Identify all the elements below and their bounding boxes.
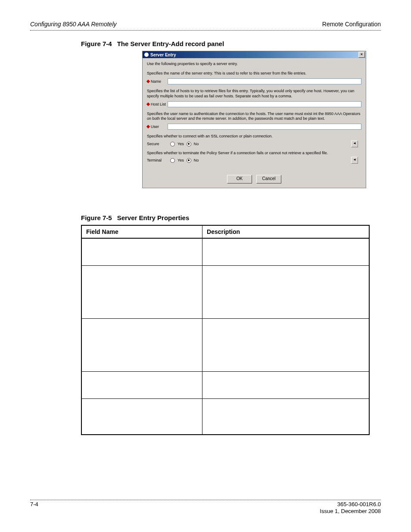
cell-field-name (81, 371, 202, 398)
table-row (81, 371, 369, 398)
secure-arrow-icon[interactable]: ◄ (351, 140, 358, 147)
secure-no-label: No (194, 142, 199, 146)
hostlist-row: Host List (147, 101, 361, 107)
terminal-arrow-icon[interactable]: ◄ (351, 157, 358, 164)
terminal-label: Terminal (147, 158, 168, 162)
page-footer: 7-4 365-360-001R6.0 Issue 1, December 20… (30, 500, 381, 515)
terminal-description: Specifies whether to terminate the Polic… (147, 151, 361, 156)
th-description: Description (202, 225, 369, 238)
secure-label: Secure (147, 142, 168, 146)
figure-number: Figure 7-4 (81, 40, 112, 47)
name-label: Name (147, 79, 168, 84)
required-icon (146, 125, 150, 128)
server-entry-dialog: Server Entry × Use the following propert… (142, 51, 366, 188)
header-divider (30, 30, 381, 31)
terminal-no-radio[interactable] (187, 158, 191, 163)
terminal-no-label: No (194, 158, 199, 162)
terminal-yes-radio[interactable] (170, 158, 175, 163)
cell-description (202, 238, 369, 266)
dialog-body: Use the following properties to specify … (143, 58, 366, 188)
secure-row: Secure Yes No ◄ (147, 142, 361, 146)
dialog-intro-text: Use the following properties to specify … (147, 62, 361, 66)
figure-number: Figure 7-5 (81, 214, 112, 221)
secure-yes-radio[interactable] (170, 142, 175, 146)
name-label-text: Name (151, 79, 161, 84)
cell-description (202, 265, 369, 318)
page-number: 7-4 (30, 501, 38, 515)
user-input[interactable] (168, 124, 361, 130)
required-icon (146, 103, 150, 106)
cell-field-name (81, 318, 202, 371)
user-description: Specifies the user name to authenticatio… (147, 112, 361, 121)
issue-line: Issue 1, December 2008 (320, 508, 381, 514)
secure-description: Specifies whether to connect with an SSL… (147, 134, 361, 139)
table-row (81, 318, 369, 371)
user-label: User (147, 124, 168, 129)
footer-right: 365-360-001R6.0 Issue 1, December 2008 (320, 501, 381, 515)
figure-7-5-caption: Figure 7-5Server Entry Properties (81, 214, 381, 221)
hostlist-input[interactable] (168, 101, 361, 107)
th-field-name: Field Name (81, 225, 202, 238)
header-left: Configuring 8950 AAA Remotely (30, 21, 117, 28)
dialog-titlebar: Server Entry × (143, 51, 366, 58)
page-header: Configuring 8950 AAA Remotely Remote Con… (30, 21, 381, 28)
close-icon[interactable]: × (358, 52, 365, 58)
hostlist-label: Host List (147, 102, 168, 106)
dialog-title-text: Server Entry (150, 53, 176, 57)
cancel-button[interactable]: Cancel (256, 175, 281, 184)
cell-description (202, 371, 369, 398)
header-right: Remote Configuration (322, 21, 381, 28)
hostlist-label-text: Host List (151, 102, 166, 106)
figure-7-4-caption: Figure 7-4The Server Entry-Add record pa… (81, 40, 381, 47)
hostlist-description: Specifies the list of hosts to try to re… (147, 89, 361, 99)
figure-title: The Server Entry-Add record panel (117, 40, 224, 47)
table-header-row: Field Name Description (81, 225, 369, 238)
user-label-text: User (151, 124, 159, 129)
cell-field-name (81, 265, 202, 318)
properties-table: Field Name Description (81, 225, 370, 435)
document-id: 365-360-001R6.0 (337, 501, 381, 507)
name-input[interactable] (168, 78, 361, 84)
cell-description (202, 318, 369, 371)
user-row: User (147, 124, 361, 130)
ok-button[interactable]: OK (227, 175, 252, 184)
table-row (81, 265, 369, 318)
dialog-button-row: OK Cancel (147, 175, 361, 184)
figure-title: Server Entry Properties (117, 214, 190, 221)
app-icon (144, 53, 149, 57)
required-icon (146, 80, 150, 83)
name-row: Name (147, 78, 361, 84)
name-description: Specifies the name of the server entry. … (147, 71, 361, 76)
table-row (81, 398, 369, 435)
terminal-yes-label: Yes (177, 158, 184, 162)
table-row (81, 238, 369, 266)
properties-table-wrap: Field Name Description (81, 225, 370, 435)
secure-no-radio[interactable] (187, 142, 191, 146)
cell-field-name (81, 398, 202, 435)
cell-field-name (81, 238, 202, 266)
terminal-row: Terminal Yes No ◄ (147, 158, 361, 163)
cell-description (202, 398, 369, 435)
secure-yes-label: Yes (177, 142, 184, 146)
footer-divider (30, 500, 381, 500)
